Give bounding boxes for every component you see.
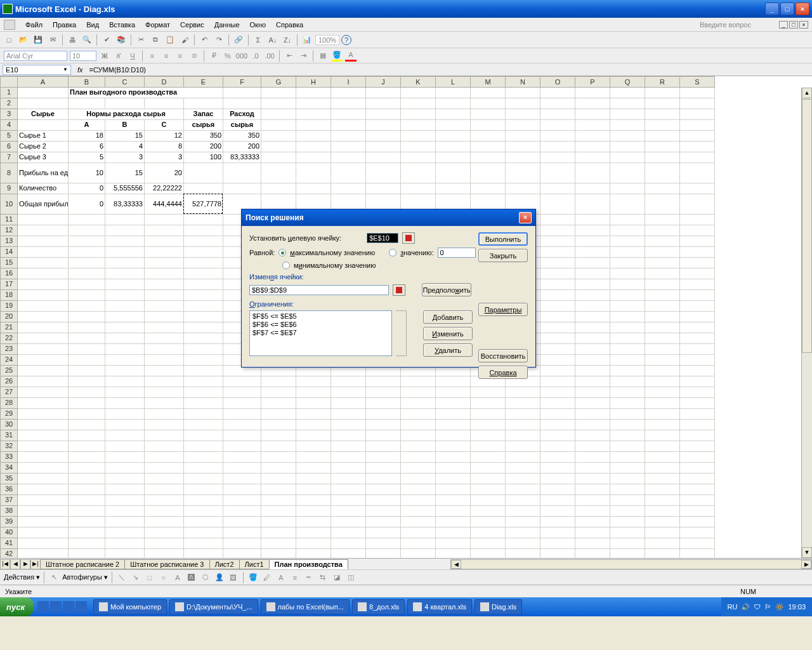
cell[interactable] [680,463,715,474]
cell[interactable] [105,549,145,558]
menu-tools[interactable]: Сервис [175,20,209,30]
col-header[interactable]: F [223,76,261,88]
cell[interactable] [261,120,296,131]
cell[interactable] [575,409,610,420]
target-cell-input[interactable] [367,233,398,243]
cell[interactable] [436,420,471,430]
cell[interactable] [184,333,223,344]
cell[interactable] [401,430,436,441]
cell[interactable] [296,506,331,517]
cell[interactable] [223,98,261,109]
currency-icon[interactable]: ₽ [208,50,219,62]
bold-icon[interactable]: Ж [99,50,110,62]
cell[interactable] [331,120,366,131]
cell[interactable] [680,366,715,376]
cell[interactable] [575,420,610,430]
diagram-icon[interactable]: ⬡ [200,572,211,583]
row-header[interactable]: 26 [0,376,18,387]
cell[interactable] [401,398,436,409]
cell[interactable] [436,109,471,120]
cell[interactable] [506,183,540,194]
cell[interactable]: 10 [69,163,105,183]
cell[interactable] [610,387,645,398]
cell[interactable] [506,463,540,474]
cell[interactable] [680,430,715,441]
cell[interactable] [471,527,506,538]
cell[interactable] [261,183,296,194]
cell[interactable] [506,142,540,152]
cell[interactable] [331,538,366,549]
cell[interactable] [506,474,540,484]
col-header[interactable]: C [105,76,145,88]
cell[interactable] [401,387,436,398]
cell[interactable] [105,538,145,549]
cell[interactable] [184,98,223,109]
cell[interactable] [680,215,715,225]
cell[interactable] [145,258,184,269]
cell[interactable] [575,120,610,131]
cell[interactable] [645,183,680,194]
cell[interactable] [506,387,540,398]
cell[interactable]: 200 [223,142,261,152]
cell[interactable]: 6 [69,142,105,152]
cell[interactable]: 4 [105,142,145,152]
cell[interactable] [610,290,645,301]
decrease-decimal-icon[interactable]: .00 [264,50,275,62]
cell[interactable] [366,527,401,538]
cell[interactable] [680,495,715,506]
constraints-scrollbar[interactable] [396,310,407,356]
fx-label[interactable]: fx [74,66,87,74]
cell[interactable] [401,484,436,495]
cell[interactable] [296,398,331,409]
cell[interactable] [145,506,184,517]
cell[interactable]: 3 [145,152,184,163]
cell[interactable] [105,236,145,247]
cell[interactable] [69,215,105,225]
constraints-list[interactable]: $F$5 <= $E$5$F$6 <= $E$6$F$7 <= $E$7 [249,310,392,356]
research-icon[interactable]: 📚 [115,34,128,46]
cell[interactable] [69,98,105,109]
cell[interactable] [506,420,540,430]
cell[interactable] [331,98,366,109]
cell[interactable]: сырья [223,120,261,131]
cell[interactable] [184,441,223,452]
cell[interactable] [18,236,69,247]
row-header[interactable]: 4 [0,120,18,131]
row-header[interactable]: 19 [0,301,18,312]
row-header[interactable]: 16 [0,269,18,279]
cell[interactable] [18,430,69,441]
radio-min[interactable] [282,262,290,269]
cell[interactable] [105,312,145,322]
cell[interactable] [366,131,401,142]
cell[interactable] [261,495,296,506]
cell[interactable] [145,333,184,344]
cell[interactable] [645,517,680,527]
cell[interactable] [69,333,105,344]
cell[interactable] [645,236,680,247]
cell[interactable] [575,355,610,366]
radio-value-label[interactable]: значению: [400,249,433,256]
cell[interactable] [331,452,366,463]
cell[interactable] [610,247,645,258]
cell[interactable] [471,441,506,452]
menu-data[interactable]: Данные [209,20,245,30]
cell[interactable] [18,322,69,333]
cell[interactable] [105,366,145,376]
cell[interactable] [18,258,69,269]
cell[interactable] [331,420,366,430]
save-icon[interactable]: 💾 [32,34,44,46]
cell[interactable] [540,484,575,495]
cell[interactable]: сырья [184,120,223,131]
cell[interactable] [145,366,184,376]
cell[interactable] [69,290,105,301]
cell[interactable] [331,517,366,527]
cell[interactable] [331,430,366,441]
cell[interactable] [331,484,366,495]
tray-icon[interactable]: 🔊 [741,603,750,611]
cell[interactable] [506,409,540,420]
cell[interactable]: 5,555556 [105,183,145,194]
cell[interactable] [680,355,715,366]
cell[interactable] [223,452,261,463]
sort-asc-icon[interactable]: A↓ [266,34,279,46]
cell[interactable] [105,344,145,355]
